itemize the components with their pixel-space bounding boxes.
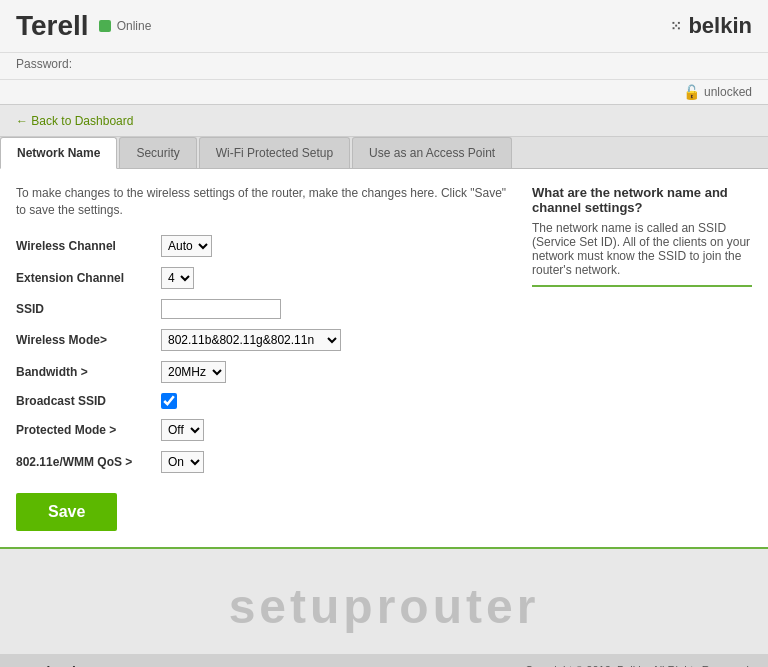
watermark-text: setuprouter bbox=[229, 580, 540, 633]
belkin-dots-icon: ⁙ bbox=[670, 18, 682, 34]
app-title: Terell bbox=[16, 10, 89, 42]
lock-icon: 🔓 bbox=[683, 84, 700, 100]
bandwidth-label: Bandwidth > bbox=[16, 365, 161, 379]
extension-channel-label: Extension Channel bbox=[16, 271, 161, 285]
back-to-dashboard-link[interactable]: ← Back to Dashboard bbox=[16, 114, 133, 128]
footer-left: Need Help? Have a question or need some … bbox=[16, 664, 460, 667]
main-content: To make changes to the wireless settings… bbox=[0, 169, 768, 549]
wmm-qos-row: 802.11e/WMM QoS > On Off bbox=[16, 451, 512, 473]
extension-channel-row: Extension Channel 412356 bbox=[16, 267, 512, 289]
tabs-bar: Network Name Security Wi-Fi Protected Se… bbox=[0, 137, 768, 169]
wireless-mode-label: Wireless Mode> bbox=[16, 333, 161, 347]
ssid-input[interactable] bbox=[161, 299, 281, 319]
wireless-mode-select[interactable]: 802.11b&802.11g&802.11n 802.11b 802.11g … bbox=[161, 329, 341, 351]
header-right: ⁙ belkin bbox=[670, 13, 752, 39]
ssid-label: SSID bbox=[16, 302, 161, 316]
footer: Need Help? Have a question or need some … bbox=[0, 654, 768, 667]
wireless-channel-select[interactable]: Auto 1234 5678 91011 bbox=[161, 235, 212, 257]
need-help-title: Need Help? bbox=[16, 664, 460, 667]
tab-network-name[interactable]: Network Name bbox=[0, 137, 117, 169]
sidebar-text: The network name is called an SSID (Serv… bbox=[532, 221, 752, 277]
lock-status-text: unlocked bbox=[704, 85, 752, 99]
wireless-mode-row: Wireless Mode> 802.11b&802.11g&802.11n 8… bbox=[16, 329, 512, 351]
back-link-row: ← Back to Dashboard bbox=[0, 105, 768, 137]
bandwidth-select[interactable]: 20MHz 40MHz Auto bbox=[161, 361, 226, 383]
save-button[interactable]: Save bbox=[16, 493, 117, 531]
ssid-row: SSID bbox=[16, 299, 512, 319]
status-text: Online bbox=[117, 19, 152, 33]
header: Terell Online ⁙ belkin bbox=[0, 0, 768, 53]
sidebar-divider bbox=[532, 285, 752, 287]
header-left: Terell Online bbox=[16, 10, 151, 42]
brand-name: belkin bbox=[688, 13, 752, 39]
wireless-channel-row: Wireless Channel Auto 1234 5678 91011 bbox=[16, 235, 512, 257]
wireless-channel-label: Wireless Channel bbox=[16, 239, 161, 253]
extension-channel-select[interactable]: 412356 bbox=[161, 267, 194, 289]
intro-text: To make changes to the wireless settings… bbox=[16, 185, 512, 219]
protected-mode-row: Protected Mode > Off On bbox=[16, 419, 512, 441]
status-area: Online bbox=[99, 19, 152, 33]
tab-access-point[interactable]: Use as an Access Point bbox=[352, 137, 512, 168]
footer-right: Copyright © 2012. Belkin. All Rights Res… bbox=[525, 664, 752, 667]
bandwidth-row: Bandwidth > 20MHz 40MHz Auto bbox=[16, 361, 512, 383]
wmm-qos-select[interactable]: On Off bbox=[161, 451, 204, 473]
sidebar-title: What are the network name and channel se… bbox=[532, 185, 752, 215]
status-indicator bbox=[99, 20, 111, 32]
belkin-logo: ⁙ belkin bbox=[670, 13, 752, 39]
right-panel: What are the network name and channel se… bbox=[532, 185, 752, 531]
broadcast-ssid-label: Broadcast SSID bbox=[16, 394, 161, 408]
wmm-qos-label: 802.11e/WMM QoS > bbox=[16, 455, 161, 469]
password-row: Password: bbox=[0, 53, 768, 80]
password-label: Password: bbox=[16, 57, 72, 71]
copyright-text: Copyright © 2012. Belkin. All Rights Res… bbox=[525, 664, 752, 667]
tab-security[interactable]: Security bbox=[119, 137, 196, 168]
broadcast-ssid-row: Broadcast SSID bbox=[16, 393, 512, 409]
protected-mode-select[interactable]: Off On bbox=[161, 419, 204, 441]
watermark-area: setuprouter bbox=[0, 549, 768, 654]
protected-mode-label: Protected Mode > bbox=[16, 423, 161, 437]
lock-row: 🔓 unlocked bbox=[0, 80, 768, 105]
broadcast-ssid-checkbox[interactable] bbox=[161, 393, 177, 409]
tab-wifi-protected[interactable]: Wi-Fi Protected Setup bbox=[199, 137, 350, 168]
save-btn-container: Save bbox=[16, 493, 512, 531]
left-panel: To make changes to the wireless settings… bbox=[16, 185, 512, 531]
